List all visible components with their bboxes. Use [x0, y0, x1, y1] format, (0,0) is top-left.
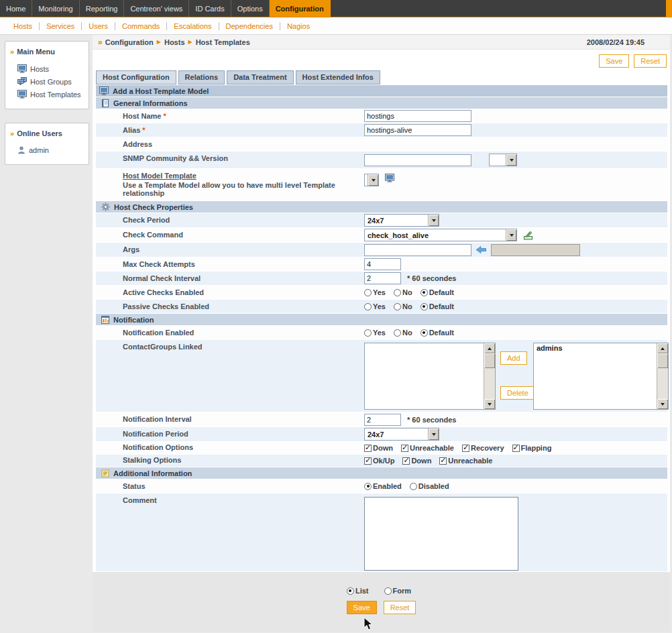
normal-check-interval-input[interactable] — [364, 272, 401, 284]
snmp-version-select[interactable] — [489, 154, 517, 166]
contactgroups-linked-list[interactable]: admins — [533, 343, 669, 410]
online-user-admin[interactable]: admin — [10, 144, 86, 156]
radio-icon[interactable] — [394, 289, 401, 296]
tab-host-extended-infos[interactable]: Host Extended Infos — [296, 70, 380, 84]
radio-checked-icon[interactable] — [421, 303, 428, 310]
add-button[interactable]: Add — [500, 351, 527, 365]
topnav-options[interactable]: Options — [231, 0, 270, 17]
checkbox-checked-icon[interactable] — [512, 445, 520, 452]
status-radio-enabled[interactable]: Enabled — [364, 482, 402, 490]
passive-checks-radio-no[interactable]: No — [394, 302, 412, 310]
reset-button-bottom[interactable]: Reset — [384, 601, 416, 614]
tab-relations[interactable]: Relations — [178, 70, 225, 84]
edit-command-icon[interactable] — [523, 231, 533, 240]
args-input[interactable] — [364, 244, 471, 256]
scroll-down-icon[interactable] — [657, 399, 668, 409]
checkbox-checked-icon[interactable] — [364, 457, 372, 465]
scrollbar-thumb[interactable] — [657, 353, 668, 368]
active-checks-radio-no[interactable]: No — [394, 288, 412, 296]
check-command-select[interactable]: check_host_alive — [364, 229, 517, 241]
dropdown-arrow-icon[interactable] — [428, 428, 439, 440]
checkbox-checked-icon[interactable] — [439, 457, 447, 465]
arrow-left-icon[interactable] — [476, 246, 486, 253]
radio-icon[interactable] — [384, 587, 392, 595]
check-period-select[interactable]: 24x7 — [364, 214, 439, 227]
comment-textarea[interactable] — [364, 497, 518, 571]
scroll-up-icon[interactable] — [484, 343, 495, 353]
max-check-attempts-input[interactable] — [364, 258, 401, 270]
tab-data-treatment[interactable]: Data Treatment — [227, 70, 293, 84]
radio-checked-icon[interactable] — [421, 289, 428, 296]
sidebar-item-hosts[interactable]: Hosts — [10, 62, 86, 75]
subnav-services[interactable]: Services — [39, 22, 81, 30]
radio-icon[interactable] — [364, 303, 372, 310]
breadcrumb-configuration[interactable]: Configuration — [105, 38, 154, 46]
notification-period-select[interactable]: 24x7 — [364, 428, 439, 441]
subnav-hosts[interactable]: Hosts — [7, 22, 39, 30]
checkbox-down[interactable]: Down — [364, 444, 393, 452]
active-checks-radio-default[interactable]: Default — [421, 288, 454, 296]
topnav-monitoring[interactable]: Monitoring — [32, 0, 79, 17]
subnav-users[interactable]: Users — [81, 22, 115, 30]
radio-form[interactable]: Form — [384, 587, 412, 595]
topnav-reporting[interactable]: Reporting — [80, 0, 125, 17]
radio-checked-icon[interactable] — [421, 329, 428, 337]
save-button-bottom[interactable]: Save — [347, 601, 377, 614]
notification-enabled-radio-no[interactable]: No — [394, 329, 412, 337]
checkbox-recovery[interactable]: Recovery — [462, 444, 504, 452]
radio-checked-icon[interactable] — [347, 587, 354, 595]
dropdown-arrow-icon[interactable] — [428, 215, 439, 226]
breadcrumb-hosts[interactable]: Hosts — [164, 38, 185, 46]
scroll-up-icon[interactable] — [657, 343, 668, 353]
breadcrumb-host-templates[interactable]: Host Templates — [196, 38, 250, 46]
save-button-top[interactable]: Save — [599, 54, 629, 68]
reset-button-top[interactable]: Reset — [634, 54, 667, 68]
radio-icon[interactable] — [364, 329, 372, 337]
passive-checks-radio-yes[interactable]: Yes — [364, 302, 386, 310]
checkbox-down[interactable]: Down — [402, 457, 431, 465]
active-checks-radio-yes[interactable]: Yes — [364, 288, 386, 296]
radio-icon[interactable] — [364, 289, 372, 296]
subnav-commands[interactable]: Commands — [115, 22, 166, 30]
scrollbar[interactable] — [484, 343, 495, 409]
snmp-community-input[interactable] — [364, 154, 471, 166]
radio-checked-icon[interactable] — [364, 483, 372, 490]
tab-host-configuration[interactable]: Host Configuration — [96, 70, 176, 84]
checkbox-unreachable[interactable]: Unreachable — [439, 457, 492, 465]
dropdown-arrow-icon[interactable] — [368, 174, 378, 186]
contactgroups-available-list[interactable] — [364, 343, 496, 410]
subnav-escalations[interactable]: Escalations — [166, 22, 218, 30]
scroll-down-icon[interactable] — [484, 399, 495, 409]
scrollbar-track[interactable] — [657, 368, 668, 399]
checkbox-unreachable[interactable]: Unreachable — [401, 444, 454, 452]
sidebar-item-host-groups[interactable]: Host Groups — [10, 75, 86, 88]
dropdown-arrow-icon[interactable] — [506, 229, 516, 241]
topnav-id-cards[interactable]: ID Cards — [189, 0, 231, 17]
scrollbar[interactable] — [657, 343, 668, 409]
scrollbar-thumb[interactable] — [484, 353, 495, 368]
topnav-home[interactable]: Home — [0, 0, 32, 17]
checkbox-checked-icon[interactable] — [401, 445, 408, 452]
topnav-configuration[interactable]: Configuration — [270, 0, 331, 17]
radio-list[interactable]: List — [347, 587, 369, 595]
checkbox-checked-icon[interactable] — [402, 457, 410, 465]
subnav-dependencies[interactable]: Dependencies — [219, 22, 280, 30]
subnav-nagios[interactable]: Nagios — [280, 22, 317, 30]
checkbox-checked-icon[interactable] — [462, 445, 469, 452]
list-item-admins[interactable]: admins — [534, 343, 668, 353]
status-radio-disabled[interactable]: Disabled — [410, 482, 449, 490]
sidebar-item-host-templates[interactable]: Host Templates — [10, 88, 86, 101]
notification-enabled-radio-yes[interactable]: Yes — [364, 329, 386, 337]
topnav-centreon-views[interactable]: Centreon' views — [124, 0, 189, 17]
host-name-input[interactable] — [364, 110, 471, 122]
passive-checks-radio-default[interactable]: Default — [421, 302, 454, 310]
radio-icon[interactable] — [394, 303, 401, 310]
radio-icon[interactable] — [410, 483, 417, 490]
delete-button[interactable]: Delete — [500, 386, 535, 400]
checkbox-ok-up[interactable]: Ok/Up — [364, 457, 394, 465]
checkbox-flapping[interactable]: Flapping — [512, 444, 552, 452]
notification-interval-input[interactable] — [364, 414, 401, 426]
notification-enabled-radio-default[interactable]: Default — [421, 329, 454, 337]
alias-input[interactable] — [364, 124, 471, 136]
checkbox-checked-icon[interactable] — [364, 445, 372, 452]
